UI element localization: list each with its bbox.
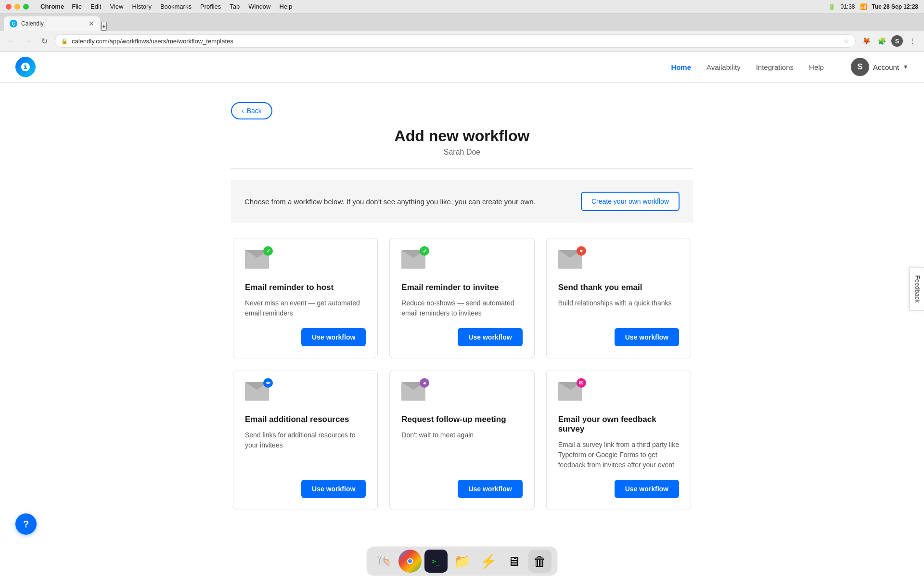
- card-title-thank-you: Send thank you email: [558, 283, 679, 292]
- address-bar[interactable]: 🔒 calendly.com/app/workflows/users/me/wo…: [55, 34, 856, 48]
- forward-nav-btn[interactable]: →: [22, 35, 34, 47]
- card-title-email-host: Email reminder to host: [245, 283, 366, 292]
- extensions-icon[interactable]: 🦊: [860, 35, 872, 47]
- dock-terminal[interactable]: >_: [424, 550, 448, 573]
- reload-btn[interactable]: ↻: [38, 35, 50, 47]
- workflow-card-thank-you: ♥ Send thank you email Build relationshi…: [546, 238, 691, 358]
- card-title-email-invitee: Email reminder to invitee: [401, 283, 522, 292]
- create-workflow-button[interactable]: Create your own workflow: [581, 192, 680, 211]
- chrome-logo: Chrome: [40, 3, 64, 10]
- feedback-tab[interactable]: Feedback: [910, 267, 924, 311]
- dock-trash[interactable]: 🗑: [528, 550, 552, 573]
- card-title-additional-resources: Email additional resources: [245, 415, 366, 424]
- card-badge-feedback-survey: ✉: [577, 378, 586, 388]
- new-tab-button[interactable]: +: [101, 22, 107, 31]
- account-label: Account: [873, 63, 899, 71]
- wifi-icon: 📶: [860, 3, 867, 10]
- cards-grid: ✓ Email reminder to host Never miss an e…: [231, 238, 693, 510]
- back-nav-btn[interactable]: ←: [6, 35, 17, 47]
- card-badge-additional-resources: ✏: [263, 378, 273, 388]
- nav-help[interactable]: Help: [809, 63, 824, 71]
- browser-tab[interactable]: C Calendly ✕: [4, 16, 100, 31]
- menu-view[interactable]: View: [110, 3, 123, 10]
- dock-chrome[interactable]: [398, 550, 422, 573]
- main-nav: Home Availability Integrations Help S Ac…: [671, 58, 909, 76]
- card-icon-thank-you: ♥: [558, 250, 583, 275]
- card-icon-feedback-survey: ✉: [558, 382, 583, 407]
- card-badge-thank-you: ♥: [577, 246, 586, 256]
- maximize-btn[interactable]: [23, 4, 29, 10]
- use-workflow-btn-email-invitee[interactable]: Use workflow: [458, 328, 522, 346]
- tab-close-btn[interactable]: ✕: [89, 20, 94, 27]
- card-desc-follow-up: Don't wait to meet again: [401, 430, 522, 470]
- traffic-lights[interactable]: [6, 4, 29, 10]
- close-btn[interactable]: [6, 4, 12, 10]
- menu-profiles[interactable]: Profiles: [200, 3, 221, 10]
- workflow-card-follow-up: ● Request follow-up meeting Don't wait t…: [389, 370, 534, 510]
- nav-availability[interactable]: Availability: [706, 63, 741, 71]
- card-badge-email-host: ✓: [263, 246, 273, 256]
- page-header: Add new workflow Sarah Doe: [231, 127, 693, 157]
- dock-monitor[interactable]: 🖥: [502, 550, 526, 573]
- card-icon-additional-resources: ✏: [245, 382, 270, 407]
- dock-finder[interactable]: 🐚: [372, 550, 396, 573]
- account-avatar: S: [851, 58, 869, 76]
- puzzle-icon[interactable]: 🧩: [876, 35, 887, 47]
- use-workflow-btn-feedback-survey[interactable]: Use workflow: [615, 480, 679, 498]
- tab-title: Calendly: [21, 20, 85, 27]
- workflow-card-email-invitee: ✓ Email reminder to invitee Reduce no-sh…: [389, 238, 534, 358]
- mac-menu-items: File Edit View History Bookmarks Profile…: [72, 3, 292, 10]
- workflow-card-feedback-survey: ✉ Email your own feedback survey Email a…: [546, 370, 691, 510]
- browser-chrome: C Calendly ✕ + ← → ↻ 🔒 calendly.com/app/…: [0, 13, 924, 52]
- card-title-feedback-survey: Email your own feedback survey: [558, 415, 679, 434]
- section-divider: [231, 168, 693, 169]
- minimize-btn[interactable]: [14, 4, 20, 10]
- card-badge-email-invitee: ✓: [420, 246, 429, 256]
- menu-dots-icon[interactable]: ⋮: [907, 35, 918, 47]
- bookmark-star-icon[interactable]: ☆: [843, 37, 849, 45]
- mac-dock: 🐚 >_ 📁 ⚡ 🖥 🗑: [366, 546, 558, 576]
- use-workflow-btn-additional-resources[interactable]: Use workflow: [301, 480, 366, 498]
- app-header: Home Availability Integrations Help S Ac…: [0, 52, 924, 83]
- choose-text: Choose from a workflow below. If you don…: [244, 197, 536, 206]
- menu-bookmarks[interactable]: Bookmarks: [160, 3, 192, 10]
- menu-tab[interactable]: Tab: [230, 3, 240, 10]
- card-icon-email-host: ✓: [245, 250, 270, 275]
- menu-history[interactable]: History: [132, 3, 151, 10]
- choose-row: Choose from a workflow below. If you don…: [231, 180, 693, 223]
- help-button[interactable]: ?: [15, 513, 37, 535]
- logo-icon: [15, 57, 36, 77]
- profile-icon[interactable]: S: [891, 35, 903, 47]
- browser-actions: 🦊 🧩 S ⋮: [860, 35, 918, 47]
- dock-bolt[interactable]: ⚡: [476, 550, 500, 573]
- menu-file[interactable]: File: [72, 3, 82, 10]
- menu-edit[interactable]: Edit: [90, 3, 101, 10]
- back-label: Back: [247, 107, 262, 115]
- battery-icon: 🔋: [828, 3, 835, 10]
- menu-help[interactable]: Help: [280, 3, 293, 10]
- url-text: calendly.com/app/workflows/users/me/work…: [72, 38, 839, 45]
- svg-point-2: [408, 559, 412, 563]
- nav-integrations[interactable]: Integrations: [756, 63, 794, 71]
- card-icon-email-invitee: ✓: [401, 250, 426, 275]
- mac-menubar: Chrome File Edit View History Bookmarks …: [0, 0, 924, 13]
- account-section[interactable]: S Account ▼: [851, 58, 909, 76]
- use-workflow-btn-thank-you[interactable]: Use workflow: [615, 328, 679, 346]
- mac-bar-right: 🔋 01:38 📶 Tue 28 Sep 12:28: [828, 3, 918, 10]
- tab-bar: C Calendly ✕ +: [0, 13, 924, 31]
- workflow-card-email-host: ✓ Email reminder to host Never miss an e…: [233, 238, 378, 358]
- dock-files[interactable]: 📁: [450, 550, 474, 573]
- card-desc-thank-you: Build relationships with a quick thanks: [558, 298, 679, 318]
- battery-time: 01:38: [840, 3, 855, 10]
- use-workflow-btn-email-host[interactable]: Use workflow: [301, 328, 366, 346]
- card-title-follow-up: Request follow-up meeting: [401, 415, 522, 424]
- page-title: Add new workflow: [231, 127, 693, 145]
- nav-home[interactable]: Home: [671, 63, 691, 71]
- workflow-card-additional-resources: ✏ Email additional resources Send links …: [233, 370, 378, 510]
- card-desc-email-invitee: Reduce no-shows — send automated email r…: [401, 298, 522, 318]
- lock-icon: 🔒: [61, 38, 68, 44]
- menu-window[interactable]: Window: [248, 3, 270, 10]
- back-button[interactable]: ‹ Back: [231, 102, 272, 119]
- use-workflow-btn-follow-up[interactable]: Use workflow: [458, 480, 522, 498]
- help-icon: ?: [23, 519, 29, 530]
